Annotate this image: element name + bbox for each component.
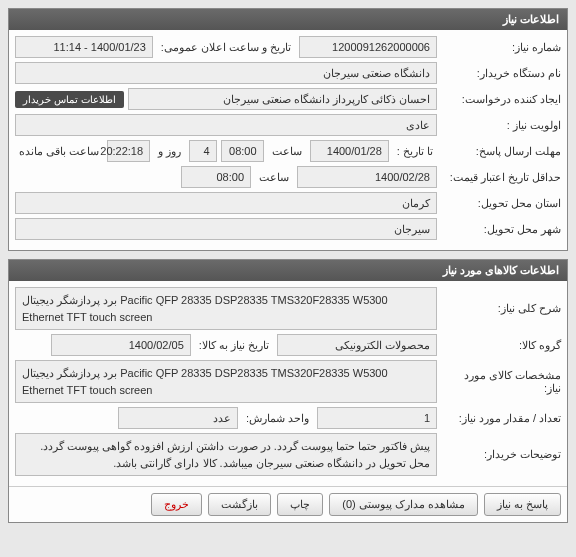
group-label: گروه کالا: bbox=[441, 339, 561, 352]
city-label: شهر محل تحویل: bbox=[441, 223, 561, 236]
device-label: نام دستگاه خریدار: bbox=[441, 67, 561, 80]
print-button[interactable]: چاپ bbox=[277, 493, 323, 516]
req-no-label: شماره نیاز: bbox=[441, 41, 561, 54]
panel2-header: اطلاعات کالاهای مورد نیاز bbox=[9, 260, 567, 281]
province-label: استان محل تحویل: bbox=[441, 197, 561, 210]
creator-label: ایجاد کننده درخواست: bbox=[441, 93, 561, 106]
need-info-panel: اطلاعات نیاز شماره نیاز: 120009126200000… bbox=[8, 8, 568, 251]
panel1-header: اطلاعات نیاز bbox=[9, 9, 567, 30]
device-field: دانشگاه صنعتی سیرجان bbox=[15, 62, 437, 84]
deadline-date-field: 1400/01/28 bbox=[310, 140, 389, 162]
province-field: کرمان bbox=[15, 192, 437, 214]
minvalid-time-field: 08:00 bbox=[181, 166, 251, 188]
contact-buyer-button[interactable]: اطلاعات تماس خریدار bbox=[15, 91, 124, 108]
time-label-1: ساعت bbox=[268, 145, 306, 158]
remain-label: ساعت باقی مانده bbox=[15, 145, 103, 158]
goods-info-panel: اطلاعات کالاهای مورد نیاز شرح کلی نیاز: … bbox=[8, 259, 568, 523]
days-label: روز و bbox=[154, 145, 185, 158]
qty-label: تعداد / مقدار مورد نیاز: bbox=[441, 412, 561, 425]
attachments-button[interactable]: مشاهده مدارک پیوستی (0) bbox=[329, 493, 478, 516]
unit-field: عدد bbox=[118, 407, 238, 429]
datetime-field: 1400/01/23 - 11:14 bbox=[15, 36, 153, 58]
button-row: پاسخ به نیاز مشاهده مدارک پیوستی (0) چاپ… bbox=[9, 486, 567, 522]
spec-label: مشخصات کالای مورد نیاز: bbox=[441, 369, 561, 395]
deadline-time-field: 08:00 bbox=[221, 140, 264, 162]
attach-label: مشاهده مدارک پیوستی bbox=[359, 498, 465, 510]
notes-field: پیش فاکتور حتما حتما پیوست گردد. در صورت… bbox=[15, 433, 437, 476]
time-label-2: ساعت bbox=[255, 171, 293, 184]
city-field: سیرجان bbox=[15, 218, 437, 240]
group-field: محصولات الکترونیکی bbox=[277, 334, 437, 356]
due-label: تاریخ نیاز به کالا: bbox=[195, 339, 273, 352]
countdown-field: 20:22:18 bbox=[107, 140, 150, 162]
priority-label: اولویت نیاز : bbox=[441, 119, 561, 132]
req-no-field[interactable]: 1200091262000006 bbox=[299, 36, 437, 58]
reply-button[interactable]: پاسخ به نیاز bbox=[484, 493, 561, 516]
minvalid-label: حداقل تاریخ اعتبار قیمت: bbox=[441, 171, 561, 184]
back-button[interactable]: بازگشت bbox=[208, 493, 271, 516]
qty-field: 1 bbox=[317, 407, 437, 429]
desc-label: شرح کلی نیاز: bbox=[441, 302, 561, 315]
minvalid-date-field: 1400/02/28 bbox=[297, 166, 437, 188]
attach-count: (0) bbox=[342, 498, 355, 510]
desc-field: برد پردازشگر دیجیتال Pacific QFP 28335 D… bbox=[15, 287, 437, 330]
days-remain-field: 4 bbox=[189, 140, 216, 162]
priority-field: عادی bbox=[15, 114, 437, 136]
deadline-label: مهلت ارسال پاسخ: bbox=[441, 145, 561, 158]
close-button[interactable]: خروج bbox=[151, 493, 202, 516]
notes-label: توضیحات خریدار: bbox=[441, 448, 561, 461]
due-date-field: 1400/02/05 bbox=[51, 334, 191, 356]
unit-label: واحد شمارش: bbox=[242, 412, 313, 425]
spec-field: برد پردازشگر دیجیتال Pacific QFP 28335 D… bbox=[15, 360, 437, 403]
datetime-label: تاریخ و ساعت اعلان عمومی: bbox=[157, 41, 295, 54]
creator-field: احسان ذکائی کارپرداز دانشگاه صنعتی سیرجا… bbox=[128, 88, 437, 110]
to-date-label: تا تاریخ : bbox=[393, 145, 437, 158]
